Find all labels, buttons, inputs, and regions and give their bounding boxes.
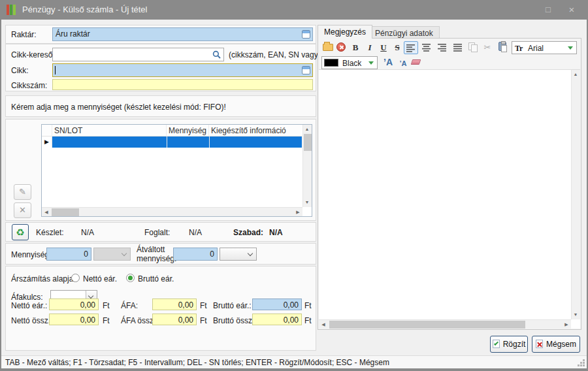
- tab-megjegyzes[interactable]: Megjegyzés: [318, 25, 372, 39]
- bold-button[interactable]: B: [348, 41, 363, 54]
- snlot-group: ✎ ✕ SN/LOT Mennyiség Kiegészítő informác…: [5, 119, 316, 221]
- align-right-button[interactable]: [435, 41, 449, 54]
- maximize-button[interactable]: □: [537, 0, 559, 20]
- increase-font-button[interactable]: ʼA: [381, 56, 395, 69]
- justify-button[interactable]: [451, 41, 465, 54]
- vat-total-value: 0,00: [178, 315, 193, 325]
- scroll-up-icon[interactable]: ▲: [571, 70, 580, 79]
- vat-amount-input[interactable]: 0,00: [152, 298, 197, 310]
- scroll-down-icon[interactable]: ▼: [571, 310, 580, 319]
- browse-window-icon[interactable]: [302, 30, 310, 39]
- warehouse-field[interactable]: Áru raktár: [52, 27, 313, 41]
- message-group: Kérem adja meg a mennyiséget (készlet ke…: [5, 95, 316, 117]
- column-header-info[interactable]: Kiegészítő információ: [209, 125, 302, 137]
- net-total-input[interactable]: 0,00: [49, 314, 99, 325]
- quantity-value: 0: [84, 250, 88, 259]
- selected-row[interactable]: [52, 137, 302, 148]
- align-center-button[interactable]: [419, 41, 434, 54]
- item-search-input[interactable]: [52, 48, 224, 61]
- vat-total-input[interactable]: 0,00: [152, 314, 197, 325]
- titlebar[interactable]: Pénzügy - Külső számla - Új tétel □ ×: [0, 0, 588, 20]
- italic-button[interactable]: I: [363, 41, 377, 54]
- table-horizontal-scrollbar[interactable]: ◀ ▶: [42, 207, 302, 216]
- cancel-format-icon[interactable]: [336, 42, 346, 52]
- item-number-field[interactable]: [52, 79, 313, 90]
- net-unit-price-value: 0,00: [80, 300, 95, 310]
- gross-price-radio-label[interactable]: Bruttó eár.: [138, 274, 174, 283]
- price-base-label: Árszámítás alapja:: [11, 274, 76, 283]
- net-total-unit: Ft: [103, 316, 110, 325]
- item-group: Cikk-kereső: (cikkszám, EAN, SN vagy LOT…: [5, 44, 316, 91]
- snlot-table[interactable]: SN/LOT Mennyiség Kiegészítő információ ▶…: [41, 124, 312, 217]
- dialog-content: Raktár: Áru raktár Cikk-kereső: (cikkszá…: [1, 20, 587, 355]
- scroll-right-icon[interactable]: ▶: [293, 208, 302, 217]
- converted-unit-combo[interactable]: [220, 248, 257, 261]
- pencil-icon: ✎: [19, 187, 26, 197]
- warehouse-value: Áru raktár: [56, 29, 90, 39]
- gross-total-label: Bruttó össz.:: [213, 316, 257, 325]
- chevron-down-icon: [248, 251, 253, 256]
- scroll-down-icon[interactable]: ▼: [302, 198, 312, 207]
- converted-quantity-input[interactable]: 0: [173, 248, 218, 261]
- table-vertical-scrollbar[interactable]: ▲ ▼: [302, 125, 312, 207]
- gross-unit-price-field[interactable]: 0,00: [252, 298, 302, 310]
- quantity-unit-combo: [93, 248, 131, 261]
- scroll-up-icon[interactable]: ▲: [302, 125, 312, 134]
- stock-group: ♻ Készlet: N/A Foglalt: N/A Szabad: N/A: [5, 222, 316, 242]
- editor-horizontal-scrollbar[interactable]: ◀ ▶: [319, 319, 571, 329]
- paste-icon[interactable]: [498, 42, 506, 51]
- eraser-icon[interactable]: [411, 59, 421, 65]
- save-check-icon: [493, 340, 500, 348]
- converted-quantity-value: 0: [210, 250, 214, 259]
- cancel-button[interactable]: Mégsem: [532, 336, 580, 353]
- refresh-stock-button[interactable]: ♻: [12, 224, 29, 240]
- save-button-label: Rögzít: [503, 340, 526, 349]
- net-price-radio[interactable]: [71, 274, 80, 282]
- item-field[interactable]: [52, 63, 313, 77]
- browse-window-icon[interactable]: [302, 66, 310, 74]
- search-icon[interactable]: [212, 50, 221, 59]
- gross-total-input[interactable]: 0,00: [252, 314, 302, 325]
- editor-vertical-scrollbar[interactable]: ▲ ▼: [571, 70, 580, 319]
- horizontal-scroll-thumb[interactable]: [52, 208, 79, 216]
- decrease-font-button[interactable]: ʼA: [396, 57, 410, 70]
- statusbar: TAB - Mező váltás; F1 - Törzsadat; F5 - …: [1, 355, 587, 368]
- row-selector-header: [42, 125, 52, 137]
- note-panel: B I U S: [318, 38, 581, 330]
- net-unit-price-label: Nettó eár.:: [11, 301, 47, 310]
- delete-row-button[interactable]: ✕: [14, 202, 31, 218]
- quantity-group: Mennyiség: 0 Átváltott mennyiség: 0: [5, 243, 316, 265]
- table-header: SN/LOT Mennyiség Kiegészítő információ: [42, 125, 302, 137]
- scroll-left-icon[interactable]: ◀: [42, 208, 51, 217]
- free-value: N/A: [269, 228, 283, 237]
- item-number-label: Cikkszám:: [11, 81, 47, 90]
- font-color-combo[interactable]: Black: [321, 56, 378, 69]
- net-unit-price-unit: Ft: [103, 301, 110, 310]
- tab-penzugyi-adatok[interactable]: Pénzügyi adatok: [368, 26, 440, 39]
- horizontal-scroll-thumb[interactable]: [329, 321, 525, 329]
- strikethrough-button[interactable]: S: [390, 41, 404, 54]
- open-file-icon[interactable]: [323, 44, 333, 51]
- close-button[interactable]: ×: [561, 0, 583, 20]
- column-header-quantity[interactable]: Mennyiség: [167, 125, 209, 137]
- vertical-scroll-thumb[interactable]: [304, 134, 312, 151]
- underline-button[interactable]: U: [376, 41, 391, 54]
- table-row[interactable]: ▶: [42, 137, 302, 148]
- vat-total-unit: Ft: [200, 316, 207, 325]
- save-button[interactable]: Rögzít: [490, 336, 528, 353]
- align-left-button[interactable]: [404, 41, 418, 54]
- resize-grip[interactable]: [583, 364, 585, 366]
- net-price-radio-label[interactable]: Nettó eár.: [83, 274, 117, 283]
- app-icon: [7, 5, 18, 15]
- quantity-input[interactable]: 0: [46, 248, 91, 261]
- cancel-x-icon: [536, 340, 543, 348]
- scroll-left-icon[interactable]: ◀: [319, 320, 328, 329]
- note-editor[interactable]: ▲ ▼ ◀ ▶: [319, 69, 580, 329]
- gross-price-radio[interactable]: [126, 274, 135, 282]
- vat-amount-unit: Ft: [200, 301, 207, 310]
- net-unit-price-input[interactable]: 0,00: [49, 298, 99, 310]
- column-header-snlot[interactable]: SN/LOT: [52, 125, 167, 137]
- scroll-right-icon[interactable]: ▶: [562, 320, 571, 329]
- font-family-combo[interactable]: Tr Arial: [512, 41, 577, 54]
- edit-row-button[interactable]: ✎: [14, 184, 31, 200]
